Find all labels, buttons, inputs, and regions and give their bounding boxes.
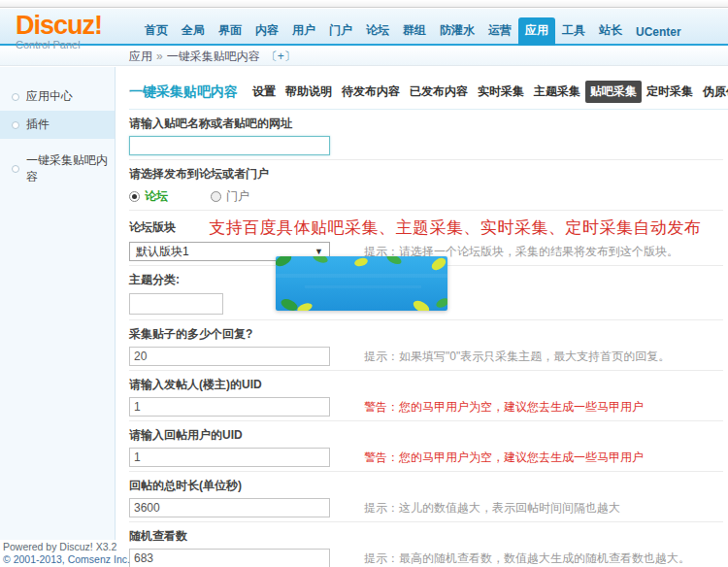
replier-uid-input[interactable]	[129, 448, 330, 467]
nav-item-interface[interactable]: 界面	[212, 17, 248, 46]
radio-bullet-icon	[12, 121, 19, 129]
radio-bullet-icon	[12, 165, 19, 173]
radio-checked-icon	[129, 191, 140, 202]
field-reply-count: 采集贴子的多少个回复? 提示：如果填写"0"表示只采集主题，最大支持首页的回复。	[129, 328, 728, 371]
select-value: 默认版块1	[136, 244, 189, 260]
tab-realtime-collect[interactable]: 实时采集	[473, 81, 529, 103]
main-nav: 首页 全局 界面 内容 用户 门户 论坛 群组 防灌水 运营 应用 工具 站长 …	[138, 17, 688, 46]
breadcrumb-separator: »	[156, 50, 163, 63]
footer-powered-by: Powered by Discuz! X3.2	[3, 541, 130, 553]
divider	[129, 471, 723, 472]
field-label: 请选择发布到论坛或者门户	[129, 168, 728, 181]
tab-scheduled-collect[interactable]: 定时采集	[642, 81, 698, 103]
main-content: 一键采集贴吧内容 设置 帮助说明 待发布内容 已发布内容 实时采集 主题采集 贴…	[116, 67, 728, 567]
promo-banner-image[interactable]	[276, 256, 447, 311]
divider	[129, 210, 723, 211]
nav-item-operation[interactable]: 运营	[481, 17, 518, 46]
page-title: 一键采集贴吧内容	[129, 83, 238, 101]
logo-text: Discuz!	[16, 13, 102, 38]
nav-item-forum[interactable]: 论坛	[359, 17, 396, 46]
sidebar-item-label: 插件	[26, 117, 50, 133]
tab-help[interactable]: 帮助说明	[281, 81, 337, 103]
random-views-input[interactable]	[129, 549, 330, 567]
radio-label: 门户	[226, 188, 249, 205]
tab-topic-collect[interactable]: 主题采集	[529, 81, 585, 103]
tab-tieba-collect-active[interactable]: 贴吧采集	[585, 81, 642, 103]
sidebar-item-plugins[interactable]: 插件	[0, 111, 115, 139]
tieba-url-input[interactable]	[129, 136, 330, 155]
divider	[129, 370, 723, 371]
nav-item-group[interactable]: 群组	[396, 17, 433, 46]
browser-top-strip	[0, 0, 728, 8]
sidebar-item-label: 一键采集贴吧内容	[26, 152, 115, 185]
chevron-down-icon: ▼	[314, 247, 323, 256]
breadcrumb: 应用»一键采集贴吧内容〔+〕	[129, 48, 728, 65]
reply-duration-input[interactable]	[129, 498, 330, 517]
field-label: 论坛版块	[129, 221, 176, 234]
field-tieba-url: 请输入贴吧名称或者贴吧的网址	[129, 117, 728, 160]
promo-red-text: 支持百度具体贴吧采集、主题采集、实时采集、定时采集自动发布	[209, 217, 702, 239]
nav-item-portal[interactable]: 门户	[322, 17, 359, 46]
field-replier-uid: 请输入回帖用户的UID 警告：您的马甲用户为空，建议您去生成一些马甲用户	[129, 429, 728, 472]
warning-text: 警告：您的马甲用户为空，建议您去生成一些马甲用户	[364, 399, 644, 416]
field-hint: 提示：最高的随机查看数，数值越大生成的随机查看数也越大。	[364, 550, 690, 567]
plugin-tabs: 设置 帮助说明 待发布内容 已发布内容 实时采集 主题采集 贴吧采集 定时采集 …	[248, 81, 728, 103]
field-random-views: 随机查看数 提示：最高的随机查看数，数值越大生成的随机查看数也越大。	[129, 530, 728, 567]
nav-item-webmaster[interactable]: 站长	[592, 17, 629, 46]
field-label: 回帖的总时长(单位秒)	[129, 480, 728, 492]
field-reply-duration: 回帖的总时长(单位秒) 提示：这儿的数值越大，表示回帖时间间隔也越大	[129, 480, 728, 522]
tab-settings[interactable]: 设置	[248, 81, 281, 103]
field-label: 采集贴子的多少个回复?	[129, 328, 728, 341]
nav-item-antispam[interactable]: 防灌水	[433, 17, 481, 46]
sidebar-item-label: 应用中心	[26, 88, 73, 105]
nav-item-tools[interactable]: 工具	[555, 17, 592, 46]
nav-item-users[interactable]: 用户	[285, 17, 322, 46]
breadcrumb-section: 应用	[129, 50, 152, 63]
field-label: 请输入回帖用户的UID	[129, 429, 728, 442]
divider	[129, 521, 723, 522]
discuz-logo: Discuz! Control Panel	[16, 13, 102, 50]
field-label: 请输入发帖人(楼主)的UID	[129, 379, 728, 391]
nav-item-ucenter[interactable]: UCenter	[629, 20, 688, 46]
leaves-illustration	[276, 256, 447, 311]
radio-unchecked-icon	[211, 191, 221, 202]
field-publish-target: 请选择发布到论坛或者门户 论坛 门户	[129, 168, 728, 211]
breadcrumb-page: 一键采集贴吧内容	[167, 50, 260, 63]
field-poster-uid: 请输入发帖人(楼主)的UID 警告：您的马甲用户为空，建议您去生成一些马甲用户	[129, 379, 728, 421]
sidebar-item-tieba-collector[interactable]: 一键采集贴吧内容	[0, 147, 115, 191]
topic-category-input[interactable]	[129, 293, 223, 315]
tab-pseudo-original[interactable]: 伪原创	[698, 81, 728, 103]
radio-label: 论坛	[145, 188, 168, 205]
poster-uid-input[interactable]	[129, 397, 330, 417]
radio-bullet-icon	[12, 93, 19, 101]
nav-item-content[interactable]: 内容	[248, 17, 285, 46]
nav-item-app-active[interactable]: 应用	[518, 17, 555, 46]
field-label: 随机查看数	[129, 530, 728, 543]
divider	[129, 319, 723, 320]
discuz-admin-window: 首页 全局 界面 内容 用户 门户 论坛 群组 防灌水 运营 应用 工具 站长 …	[0, 0, 728, 567]
warning-text: 警告：您的马甲用户为空，建议您去生成一些马甲用户	[364, 450, 644, 466]
divider	[129, 159, 723, 160]
radio-portal[interactable]: 门户	[211, 188, 249, 205]
field-hint: 提示：这儿的数值越大，表示回帖时间间隔也越大	[364, 500, 620, 517]
nav-item-home[interactable]: 首页	[138, 17, 175, 46]
tab-pending-content[interactable]: 待发布内容	[337, 81, 405, 103]
breadcrumb-bar: 应用»一键采集贴吧内容〔+〕	[0, 48, 728, 66]
sidebar-item-app-center[interactable]: 应用中心	[0, 83, 115, 111]
logo-subtitle: Control Panel	[16, 39, 102, 50]
field-label: 请输入贴吧名称或者贴吧的网址	[129, 117, 728, 130]
field-hint: 提示：如果填写"0"表示只采集主题，最大支持首页的回复。	[364, 349, 670, 365]
nav-item-global[interactable]: 全局	[175, 17, 212, 46]
breadcrumb-expand-button[interactable]: 〔+〕	[266, 50, 296, 63]
reply-count-input[interactable]	[129, 347, 330, 366]
divider	[129, 420, 723, 421]
footer-copyright: © 2001-2013, Comsenz Inc.	[3, 553, 130, 566]
content-header: 一键采集贴吧内容 设置 帮助说明 待发布内容 已发布内容 实时采集 主题采集 贴…	[129, 67, 728, 110]
footer: Powered by Discuz! X3.2 © 2001-2013, Com…	[3, 541, 130, 566]
admin-header: 首页 全局 界面 内容 用户 门户 论坛 群组 防灌水 运营 应用 工具 站长 …	[0, 9, 728, 46]
tab-published-content[interactable]: 已发布内容	[405, 81, 473, 103]
sidebar: 应用中心 插件 一键采集贴吧内容	[0, 67, 116, 540]
radio-forum[interactable]: 论坛	[129, 188, 168, 205]
